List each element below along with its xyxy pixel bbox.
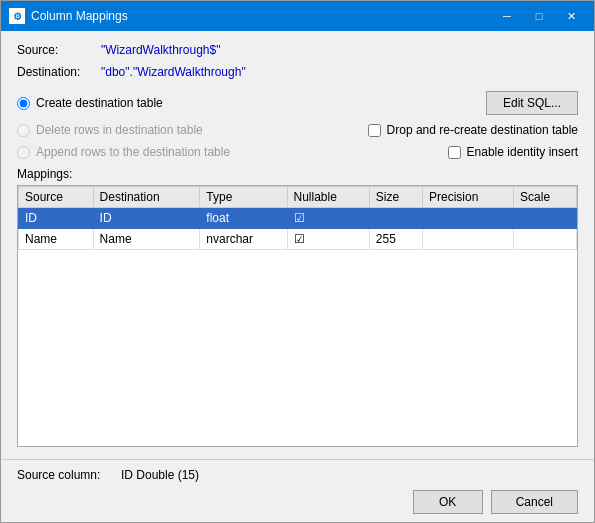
append-rows-label: Append rows to the destination table [36, 145, 230, 159]
source-label: Source: [17, 43, 97, 57]
create-table-option: Create destination table [17, 96, 163, 110]
delete-rows-radio[interactable] [17, 124, 30, 137]
append-rows-radio[interactable] [17, 146, 30, 159]
col-precision: Precision [422, 187, 513, 208]
enable-identity-option: Enable identity insert [448, 145, 578, 159]
col-scale: Scale [514, 187, 577, 208]
source-column-value: ID Double (15) [121, 468, 199, 482]
col-type: Type [200, 187, 287, 208]
drop-recreate-option: Drop and re-create destination table [368, 123, 578, 137]
column-mappings-dialog: ⚙ Column Mappings ─ □ ✕ Source: "WizardW… [0, 0, 595, 523]
enable-identity-checkbox[interactable] [448, 146, 461, 159]
cancel-button[interactable]: Cancel [491, 490, 578, 514]
destination-value: "dbo"."WizardWalkthrough" [101, 65, 246, 79]
source-row: Source: "WizardWalkthrough$" [17, 43, 578, 57]
append-rows-option: Append rows to the destination table [17, 145, 230, 159]
col-size: Size [369, 187, 422, 208]
drop-recreate-label: Drop and re-create destination table [387, 123, 578, 137]
button-row: OK Cancel [17, 490, 578, 514]
options-row-3: Append rows to the destination table Ena… [17, 145, 578, 159]
edit-sql-button[interactable]: Edit SQL... [486, 91, 578, 115]
table-header-row: Source Destination Type Nullable Size Pr… [19, 187, 577, 208]
col-source: Source [19, 187, 94, 208]
enable-identity-label: Enable identity insert [467, 145, 578, 159]
bottom-bar: Source column: ID Double (15) OK Cancel [1, 459, 594, 522]
source-value: "WizardWalkthrough$" [101, 43, 220, 57]
create-table-radio[interactable] [17, 97, 30, 110]
delete-rows-label: Delete rows in destination table [36, 123, 203, 137]
create-table-label: Create destination table [36, 96, 163, 110]
table-row[interactable]: IDIDfloat☑ [19, 208, 577, 229]
col-nullable: Nullable [287, 187, 369, 208]
minimize-button[interactable]: ─ [492, 6, 522, 26]
source-column-row: Source column: ID Double (15) [17, 468, 578, 482]
source-column-label: Source column: [17, 468, 117, 482]
mappings-table: Source Destination Type Nullable Size Pr… [18, 186, 577, 250]
ok-button[interactable]: OK [413, 490, 483, 514]
window-icon: ⚙ [9, 8, 25, 24]
delete-rows-option: Delete rows in destination table [17, 123, 203, 137]
mappings-label: Mappings: [17, 167, 578, 181]
destination-label: Destination: [17, 65, 97, 79]
destination-row: Destination: "dbo"."WizardWalkthrough" [17, 65, 578, 79]
title-bar: ⚙ Column Mappings ─ □ ✕ [1, 1, 594, 31]
close-button[interactable]: ✕ [556, 6, 586, 26]
maximize-button[interactable]: □ [524, 6, 554, 26]
options-row-2: Delete rows in destination table Drop an… [17, 123, 578, 137]
window-title: Column Mappings [31, 9, 492, 23]
mappings-section: Mappings: Source Destination Type Nullab… [17, 167, 578, 447]
create-table-row: Create destination table Edit SQL... [17, 91, 578, 115]
drop-recreate-checkbox[interactable] [368, 124, 381, 137]
col-destination: Destination [93, 187, 200, 208]
table-row[interactable]: NameNamenvarchar☑255 [19, 229, 577, 250]
dialog-content: Source: "WizardWalkthrough$" Destination… [1, 31, 594, 459]
window-controls: ─ □ ✕ [492, 6, 586, 26]
mappings-table-container: Source Destination Type Nullable Size Pr… [17, 185, 578, 447]
